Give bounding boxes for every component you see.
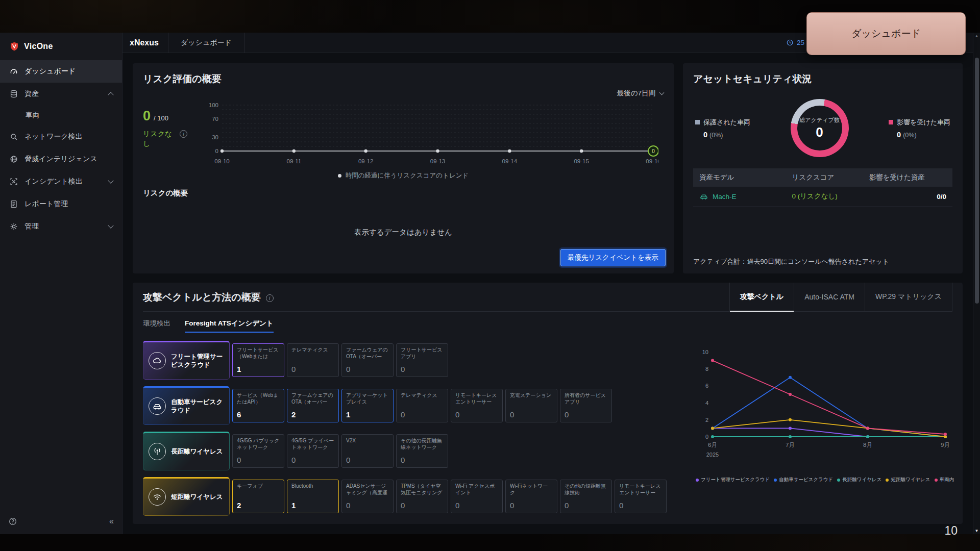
attack-method-cell[interactable]: キーフォブ2 <box>232 480 284 513</box>
collapse-sidebar-icon[interactable] <box>109 517 114 526</box>
attack-chart-legend: フリート管理サービスクラウド自動車サービスクラウド長距離ワイヤレス短距離ワイヤレ… <box>697 477 952 483</box>
attack-method-count: 0 <box>510 410 553 419</box>
attack-method-cell[interactable]: 所有者のサービスアプリ0 <box>560 389 612 422</box>
svg-text:09-12: 09-12 <box>358 158 373 164</box>
scroll-up-arrow-icon[interactable] <box>973 34 980 38</box>
attack-method-count: 0 <box>346 456 389 464</box>
sidebar-item-label: レポート管理 <box>24 199 68 209</box>
sidebar-item-administration[interactable]: 管理 <box>0 215 122 238</box>
attack-method-count: 0 <box>455 501 498 510</box>
attack-method-label: 所有者のサービスアプリ <box>565 392 607 405</box>
tab-attack-vector[interactable]: 攻撃ベクトル <box>729 283 794 311</box>
attack-method-cell[interactable]: フリートサービスアプリ0 <box>396 343 448 377</box>
sidebar-item-threat-intelligence[interactable]: 脅威インテリジェンス <box>0 148 122 170</box>
attack-method-cell[interactable]: 充電ステーション0 <box>505 389 557 422</box>
sidebar-item-label: ネットワーク検出 <box>24 132 83 141</box>
attack-method-cell[interactable]: Wi-Fiネットワーク0 <box>505 480 557 513</box>
vertical-scrollbar[interactable] <box>973 33 980 534</box>
time-range-select[interactable]: 最後の7日間 <box>617 89 664 98</box>
antenna-icon <box>149 443 166 460</box>
info-icon[interactable] <box>180 130 187 138</box>
attack-method-cell[interactable]: Bluetooth1 <box>287 480 339 513</box>
wifi-icon <box>149 488 166 506</box>
tab-wp29-matrix[interactable]: WP.29 マトリックス <box>865 283 952 311</box>
attack-method-cell[interactable]: Wi-Fi アクセスポイント0 <box>451 480 503 513</box>
vicone-logo[interactable]: VicOne <box>0 33 122 60</box>
app-window: VicOne ダッシュボード資産車両ネットワーク検出脅威インテリジェンスインシデ… <box>0 33 980 534</box>
show-top-risk-events-button[interactable]: 最優先リスクイベントを表示 <box>560 249 666 266</box>
help-icon[interactable] <box>8 517 17 526</box>
asset-table-row[interactable]: Mach-E0 (リスクなし)0/0 <box>693 187 952 207</box>
attack-matrix-row: 短距離ワイヤレスキーフォブ2Bluetooth1ADASセンサージャミング（高度… <box>143 477 685 516</box>
risk-trend-chart: 03070100009-1009-1109-1209-1309-1409-150… <box>202 100 664 170</box>
sidebar-item-vehicles[interactable]: 車両 <box>0 105 122 126</box>
sidebar-item-dashboard[interactable]: ダッシュボード <box>0 60 122 83</box>
attack-method-count: 0 <box>565 501 607 510</box>
session-timer[interactable]: 25 <box>786 39 804 46</box>
info-icon[interactable] <box>266 294 274 302</box>
svg-text:30: 30 <box>212 134 218 140</box>
attack-method-count: 0 <box>455 410 498 419</box>
attack-method-cell[interactable]: テレマティクス0 <box>287 343 339 377</box>
risk-empty-state: 表示するデータはありません <box>143 228 664 237</box>
vicone-logo-icon <box>9 41 19 52</box>
sidebar-item-incident-detection[interactable]: インシデント検出 <box>0 170 122 193</box>
sidebar-item-report-management[interactable]: レポート管理 <box>0 193 122 215</box>
attack-legend-item[interactable]: 長距離ワイヤレス <box>837 477 881 483</box>
affected-legend-swatch <box>889 120 893 124</box>
sidebar-item-label: 資産 <box>24 89 39 98</box>
sidebar: VicOne ダッシュボード資産車両ネットワーク検出脅威インテリジェンスインシデ… <box>0 33 122 534</box>
attack-method-cell[interactable]: ファームウェアのOTA（オーバーザ...2 <box>287 389 339 422</box>
attack-method-cell[interactable]: テレマティクス0 <box>396 389 448 422</box>
asset-table-header: 資産モデル リスクスコア 影響を受けた資産 <box>693 168 952 187</box>
attack-method-count: 2 <box>291 410 334 419</box>
attack-method-count: 0 <box>346 501 389 510</box>
attack-legend-item[interactable]: 短距離ワイヤレス <box>886 477 930 483</box>
attack-legend-item[interactable]: 自動車サービスクラウド <box>774 477 833 483</box>
attack-method-cell[interactable]: 4G/5G パブリックネットワーク0 <box>232 434 284 468</box>
top-cards-row: リスク評価の概要 最後の7日間 0 / 100 <box>133 63 963 273</box>
attack-method-cell[interactable]: ファームウェアのOTA（オーバーザ...0 <box>341 343 394 377</box>
col-asset-model: 資産モデル <box>699 173 792 182</box>
attack-method-cell[interactable]: TPMS（タイヤ空気圧モニタリングシ...0 <box>396 480 448 513</box>
attack-category-short-range-wireless[interactable]: 短距離ワイヤレス <box>143 477 230 516</box>
attack-method-cell[interactable]: リモートキーレスエントリーサービ...0 <box>615 480 667 513</box>
main-area: xNexus ダッシュボード 25 リスク評価の概要 <box>122 33 973 534</box>
asset-card-title: アセットセキュリティ状況 <box>693 72 952 86</box>
attack-method-cell[interactable]: フリートサービス（WebまたはAPI）1 <box>232 343 284 377</box>
attack-category-long-range-wireless[interactable]: 長距離ワイヤレス <box>143 432 230 470</box>
sidebar-item-label: ダッシュボード <box>24 67 76 76</box>
attack-method-count: 0 <box>401 410 444 419</box>
attack-legend-item[interactable]: 車両内 <box>935 477 954 483</box>
subtab-environment-detection[interactable]: 環境検出 <box>143 319 170 333</box>
attack-method-cell[interactable]: リモートキーレスエントリーサービ...0 <box>451 389 503 422</box>
sidebar-item-network-detection[interactable]: ネットワーク検出 <box>0 126 122 148</box>
attack-method-cell[interactable]: ADASセンサージャミング（高度運転...0 <box>341 480 394 513</box>
tab-auto-isac-atm[interactable]: Auto-ISAC ATM <box>794 283 865 311</box>
attack-method-cell[interactable]: その他の短距離無線技術0 <box>560 480 612 513</box>
vicone-logo-text: VicOne <box>24 42 53 51</box>
attack-method-cell[interactable]: 4G/5G プライベートネットワーク0 <box>287 434 339 468</box>
attack-method-cell[interactable]: サービス（WebまたはAPI）6 <box>232 389 284 422</box>
attack-category-fleet-management-cloud[interactable]: フリート管理サービスクラウド <box>143 341 230 380</box>
svg-text:09-13: 09-13 <box>430 158 445 164</box>
attack-method-cell[interactable]: その他の長距離無線ネットワーク0 <box>396 434 448 468</box>
asset-model-link[interactable]: Mach-E <box>699 192 792 201</box>
sidebar-item-assets[interactable]: 資産 <box>0 83 122 105</box>
dashboard-icon <box>9 67 18 76</box>
scroll-down-arrow-icon[interactable] <box>973 529 980 533</box>
attack-method-count: 0 <box>401 456 444 464</box>
attack-method-cell[interactable]: アプリマーケットプレイス1 <box>341 389 394 422</box>
affected-pct: (0%) <box>903 132 916 139</box>
attack-category-vehicle-service-cloud[interactable]: 自動車サービスクラウド <box>143 386 230 425</box>
subtab-foresight-ats-incidents[interactable]: Foresight ATSインシデント <box>185 319 274 333</box>
scrollbar-thumb[interactable] <box>975 58 979 304</box>
attack-method-cell[interactable]: V2X0 <box>341 434 394 468</box>
attack-method-label: 充電ステーション <box>510 392 553 399</box>
attack-legend-item[interactable]: フリート管理サービスクラウド <box>696 477 770 483</box>
attack-legend-label: 車両内 <box>940 477 954 483</box>
asset-status-summary: 保護された車両 0 (0%) <box>693 99 952 157</box>
topbar-tab-dashboard[interactable]: ダッシュボード <box>168 33 244 53</box>
risk-card-title: リスク評価の概要 <box>143 72 664 86</box>
attack-method-label: Bluetooth <box>291 483 334 490</box>
